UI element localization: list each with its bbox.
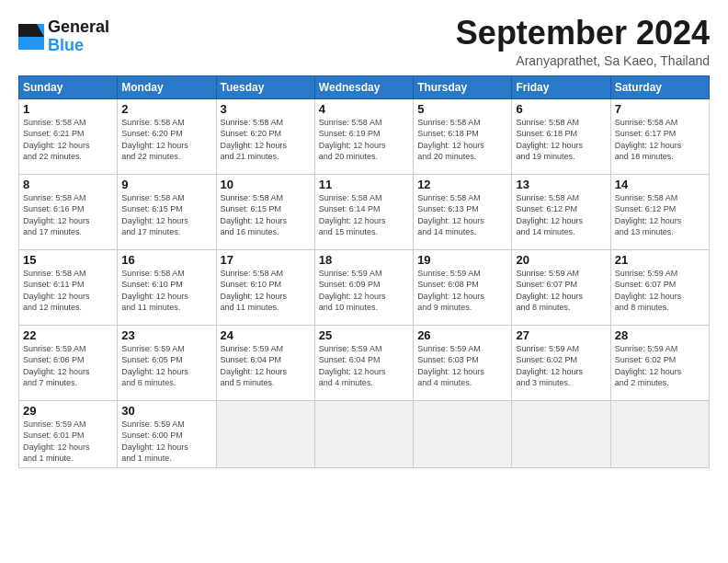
calendar-table: Sunday Monday Tuesday Wednesday Thursday… (18, 75, 710, 468)
calendar-day: 8Sunrise: 5:58 AM Sunset: 6:16 PM Daylig… (19, 174, 118, 249)
calendar-day: 10Sunrise: 5:58 AM Sunset: 6:15 PM Dayli… (216, 174, 314, 249)
day-number: 6 (516, 102, 606, 116)
col-wednesday: Wednesday (314, 75, 413, 98)
calendar-week-3: 15Sunrise: 5:58 AM Sunset: 6:11 PM Dayli… (19, 249, 710, 325)
calendar-week-5: 29Sunrise: 5:59 AM Sunset: 6:01 PM Dayli… (19, 400, 710, 467)
calendar-day: 14Sunrise: 5:58 AM Sunset: 6:12 PM Dayli… (610, 174, 709, 249)
day-info: Sunrise: 5:59 AM Sunset: 6:04 PM Dayligh… (221, 343, 311, 389)
day-number: 4 (319, 102, 409, 116)
day-number: 17 (221, 253, 311, 267)
day-info: Sunrise: 5:59 AM Sunset: 6:09 PM Dayligh… (319, 268, 409, 314)
calendar-day: 24Sunrise: 5:59 AM Sunset: 6:04 PM Dayli… (216, 325, 314, 400)
calendar-day (216, 400, 314, 467)
calendar-day: 20Sunrise: 5:59 AM Sunset: 6:07 PM Dayli… (512, 249, 610, 325)
day-info: Sunrise: 5:58 AM Sunset: 6:20 PM Dayligh… (221, 117, 311, 163)
day-number: 22 (23, 328, 113, 342)
day-info: Sunrise: 5:58 AM Sunset: 6:15 PM Dayligh… (221, 192, 311, 238)
day-number: 5 (417, 102, 507, 116)
calendar-day: 29Sunrise: 5:59 AM Sunset: 6:01 PM Dayli… (19, 400, 118, 467)
title-block: September 2024 Aranyaprathet, Sa Kaeo, T… (456, 15, 710, 68)
day-info: Sunrise: 5:58 AM Sunset: 6:17 PM Dayligh… (615, 117, 705, 163)
day-number: 11 (319, 178, 409, 191)
day-number: 23 (121, 328, 211, 342)
col-monday: Monday (118, 75, 216, 98)
day-info: Sunrise: 5:58 AM Sunset: 6:18 PM Dayligh… (417, 117, 507, 163)
day-number: 19 (417, 253, 507, 267)
day-number: 27 (516, 328, 606, 342)
calendar-day: 28Sunrise: 5:59 AM Sunset: 6:02 PM Dayli… (610, 325, 709, 400)
day-info: Sunrise: 5:59 AM Sunset: 6:00 PM Dayligh… (121, 419, 211, 465)
day-info: Sunrise: 5:59 AM Sunset: 6:01 PM Dayligh… (23, 419, 113, 465)
day-number: 21 (615, 253, 705, 267)
col-sunday: Sunday (19, 75, 118, 98)
col-saturday: Saturday (610, 75, 709, 98)
calendar-day: 26Sunrise: 5:59 AM Sunset: 6:03 PM Dayli… (414, 325, 512, 400)
calendar-day: 30Sunrise: 5:59 AM Sunset: 6:00 PM Dayli… (118, 400, 216, 467)
col-tuesday: Tuesday (216, 75, 314, 98)
month-title: September 2024 (456, 15, 710, 52)
calendar-day: 1Sunrise: 5:58 AM Sunset: 6:21 PM Daylig… (19, 98, 118, 174)
calendar-day: 27Sunrise: 5:59 AM Sunset: 6:02 PM Dayli… (512, 325, 610, 400)
calendar-day: 5Sunrise: 5:58 AM Sunset: 6:18 PM Daylig… (414, 98, 512, 174)
calendar-day: 16Sunrise: 5:58 AM Sunset: 6:10 PM Dayli… (118, 249, 216, 325)
day-number: 7 (615, 102, 705, 116)
day-info: Sunrise: 5:58 AM Sunset: 6:10 PM Dayligh… (121, 268, 211, 314)
calendar-day (314, 400, 413, 467)
calendar-day: 3Sunrise: 5:58 AM Sunset: 6:20 PM Daylig… (216, 98, 314, 174)
calendar-day: 13Sunrise: 5:58 AM Sunset: 6:12 PM Dayli… (512, 174, 610, 249)
calendar-week-2: 8Sunrise: 5:58 AM Sunset: 6:16 PM Daylig… (19, 174, 710, 249)
logo-blue: Blue (48, 37, 109, 55)
col-thursday: Thursday (414, 75, 512, 98)
svg-rect-1 (18, 37, 44, 50)
day-info: Sunrise: 5:59 AM Sunset: 6:02 PM Dayligh… (615, 343, 705, 389)
day-info: Sunrise: 5:58 AM Sunset: 6:12 PM Dayligh… (615, 192, 705, 238)
day-info: Sunrise: 5:58 AM Sunset: 6:15 PM Dayligh… (121, 192, 211, 238)
calendar-day: 11Sunrise: 5:58 AM Sunset: 6:14 PM Dayli… (314, 174, 413, 249)
calendar-day: 9Sunrise: 5:58 AM Sunset: 6:15 PM Daylig… (118, 174, 216, 249)
location: Aranyaprathet, Sa Kaeo, Thailand (456, 53, 710, 68)
day-info: Sunrise: 5:58 AM Sunset: 6:19 PM Dayligh… (319, 117, 409, 163)
calendar-day (414, 400, 512, 467)
calendar-day: 15Sunrise: 5:58 AM Sunset: 6:11 PM Dayli… (19, 249, 118, 325)
day-number: 18 (319, 253, 409, 267)
calendar-week-1: 1Sunrise: 5:58 AM Sunset: 6:21 PM Daylig… (19, 98, 710, 174)
day-info: Sunrise: 5:59 AM Sunset: 6:04 PM Dayligh… (319, 343, 409, 389)
calendar-day: 23Sunrise: 5:59 AM Sunset: 6:05 PM Dayli… (118, 325, 216, 400)
day-info: Sunrise: 5:59 AM Sunset: 6:02 PM Dayligh… (516, 343, 606, 389)
header: General Blue September 2024 Aranyaprathe… (18, 15, 710, 68)
day-info: Sunrise: 5:59 AM Sunset: 6:07 PM Dayligh… (516, 268, 606, 314)
calendar-day: 19Sunrise: 5:59 AM Sunset: 6:08 PM Dayli… (414, 249, 512, 325)
calendar-day: 25Sunrise: 5:59 AM Sunset: 6:04 PM Dayli… (314, 325, 413, 400)
day-number: 14 (615, 178, 705, 191)
day-number: 13 (516, 178, 606, 191)
day-number: 1 (23, 102, 113, 116)
col-friday: Friday (512, 75, 610, 98)
calendar-day: 22Sunrise: 5:59 AM Sunset: 6:06 PM Dayli… (19, 325, 118, 400)
day-number: 10 (221, 178, 311, 191)
calendar-day (610, 400, 709, 467)
calendar-day: 7Sunrise: 5:58 AM Sunset: 6:17 PM Daylig… (610, 98, 709, 174)
day-number: 2 (121, 102, 211, 116)
day-info: Sunrise: 5:58 AM Sunset: 6:21 PM Dayligh… (23, 117, 113, 163)
day-info: Sunrise: 5:58 AM Sunset: 6:12 PM Dayligh… (516, 192, 606, 238)
day-info: Sunrise: 5:58 AM Sunset: 6:14 PM Dayligh… (319, 192, 409, 238)
day-number: 24 (221, 328, 311, 342)
day-number: 15 (23, 253, 113, 267)
day-number: 30 (121, 404, 211, 418)
day-number: 25 (319, 328, 409, 342)
day-number: 3 (221, 102, 311, 116)
calendar-day: 17Sunrise: 5:58 AM Sunset: 6:10 PM Dayli… (216, 249, 314, 325)
day-info: Sunrise: 5:58 AM Sunset: 6:11 PM Dayligh… (23, 268, 113, 314)
calendar-body: 1Sunrise: 5:58 AM Sunset: 6:21 PM Daylig… (19, 98, 710, 467)
day-number: 20 (516, 253, 606, 267)
calendar-header: Sunday Monday Tuesday Wednesday Thursday… (19, 75, 710, 98)
calendar-day: 6Sunrise: 5:58 AM Sunset: 6:18 PM Daylig… (512, 98, 610, 174)
day-number: 8 (23, 178, 113, 191)
logo-general: General (48, 18, 109, 37)
day-number: 26 (417, 328, 507, 342)
calendar-day: 12Sunrise: 5:58 AM Sunset: 6:13 PM Dayli… (414, 174, 512, 249)
day-info: Sunrise: 5:58 AM Sunset: 6:13 PM Dayligh… (417, 192, 507, 238)
main-container: General Blue September 2024 Aranyaprathe… (0, 0, 728, 477)
day-info: Sunrise: 5:59 AM Sunset: 6:03 PM Dayligh… (417, 343, 507, 389)
day-info: Sunrise: 5:59 AM Sunset: 6:06 PM Dayligh… (23, 343, 113, 389)
